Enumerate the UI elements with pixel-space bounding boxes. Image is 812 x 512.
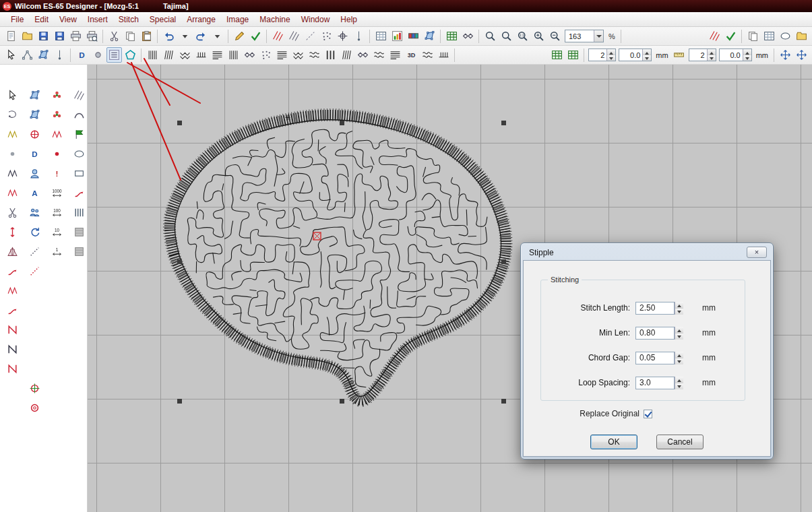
menu-help[interactable]: Help — [335, 13, 363, 26]
arrow-run-tool[interactable] — [3, 301, 22, 319]
selection-handle[interactable] — [501, 399, 506, 404]
jump-view-icon[interactable] — [351, 28, 367, 44]
chord-gap-input[interactable]: 0.05 — [635, 352, 675, 364]
title-bar[interactable]: ES Wilcom ES-65 Designer - [Mozg-5:1 Taj… — [0, 0, 812, 12]
stitch-density-1000[interactable]: 1000 — [47, 184, 66, 201]
needle-points-view-icon[interactable] — [319, 28, 334, 44]
block-tool-a[interactable] — [69, 223, 88, 241]
menu-file[interactable]: File — [5, 13, 29, 26]
object-select-icon[interactable] — [3, 47, 19, 63]
menu-view[interactable]: View — [54, 13, 82, 26]
overview-window-icon[interactable] — [389, 28, 405, 44]
chord-gap-spinner[interactable] — [675, 352, 683, 364]
digitize-icon[interactable] — [232, 28, 247, 44]
rectangle-tool[interactable] — [69, 164, 88, 182]
design-worksheet-icon[interactable] — [373, 28, 389, 44]
repeat-count-2-spin-buttons[interactable] — [707, 49, 716, 61]
red-zigzag-tool[interactable] — [3, 184, 22, 201]
repeat-count-spin-buttons[interactable] — [606, 49, 615, 61]
min-len-spinner[interactable] — [675, 327, 683, 340]
spiral-fill-icon[interactable] — [339, 47, 354, 63]
fill-stitch-tool[interactable] — [47, 125, 66, 143]
measure-icon[interactable] — [671, 47, 687, 63]
ok-button[interactable]: OK — [590, 435, 637, 449]
3d-effect-icon[interactable]: 3D — [404, 47, 419, 63]
zoom-out-icon[interactable] — [547, 28, 563, 44]
zoom-box-icon[interactable] — [499, 28, 514, 44]
hatch-fill-tool[interactable] — [69, 86, 88, 104]
closed-object-icon[interactable] — [123, 47, 138, 63]
zigzag-stitch-icon[interactable] — [177, 47, 193, 63]
redo-dropdown-icon[interactable] — [210, 28, 225, 44]
polygon-select-icon[interactable] — [20, 47, 35, 63]
pointer-view-icon[interactable] — [335, 28, 350, 44]
trapunto-icon[interactable] — [420, 47, 435, 63]
design-properties-icon[interactable] — [422, 28, 437, 44]
auto-digitize-tool[interactable] — [25, 125, 44, 143]
stitch-edit-icon[interactable] — [52, 47, 67, 63]
team-names-tool[interactable] — [25, 203, 44, 221]
offset-y-spin-buttons[interactable] — [743, 49, 751, 61]
e-stitch-icon[interactable] — [193, 47, 209, 63]
undo-icon[interactable] — [161, 28, 177, 44]
print-preview-icon[interactable] — [84, 28, 100, 44]
stitch-angle-tool[interactable] — [3, 282, 22, 299]
small-flower-tool[interactable] — [47, 106, 66, 123]
thread-chart-icon[interactable] — [444, 28, 460, 44]
menu-image[interactable]: Image — [221, 13, 254, 26]
stitch-density-100[interactable]: 100 — [47, 203, 66, 221]
zoom-previous-icon[interactable] — [482, 28, 498, 44]
min-len-input[interactable]: 0.80 — [635, 327, 675, 340]
save-as-icon[interactable] — [52, 28, 67, 44]
red-n-tool[interactable] — [3, 321, 22, 338]
loop-spacing-spinner[interactable] — [675, 377, 683, 389]
zoom-level-combo[interactable]: 163 — [565, 30, 604, 42]
black-n-tool[interactable] — [3, 340, 22, 358]
contour-fill-icon[interactable] — [307, 47, 322, 63]
satin-stitch-icon[interactable] — [145, 47, 160, 63]
selection-handle[interactable] — [177, 121, 182, 125]
updown-tool[interactable] — [3, 223, 22, 241]
column-fill-icon[interactable] — [323, 47, 338, 63]
digitize-d-tool[interactable]: D — [25, 145, 44, 162]
select-tool[interactable] — [3, 86, 22, 104]
needle-dots-icon[interactable] — [258, 47, 274, 63]
zigzag-tool[interactable] — [3, 164, 22, 182]
replace-original-checkbox[interactable] — [644, 410, 652, 418]
cascade-windows-icon[interactable] — [745, 28, 761, 44]
dash-run-tool[interactable] — [25, 262, 44, 280]
tile-windows-icon[interactable] — [761, 28, 777, 44]
dotted-line-tool[interactable] — [25, 243, 44, 260]
menu-edit[interactable]: Edit — [29, 13, 54, 26]
design-check-icon[interactable] — [248, 28, 263, 44]
zoom-1to1-icon[interactable]: 1:1 — [515, 28, 530, 44]
selection-handle[interactable] — [501, 259, 506, 264]
fancy-fill-icon[interactable] — [242, 47, 257, 63]
undo-dropdown-icon[interactable] — [177, 28, 193, 44]
menu-stitch[interactable]: Stitch — [113, 13, 144, 26]
cross-fill-icon[interactable] — [387, 47, 403, 63]
point-tool[interactable] — [3, 145, 22, 162]
lettering-tool[interactable]: A — [25, 184, 44, 201]
offset-x-spinner[interactable]: 0.0 — [619, 49, 652, 61]
stitch-density-1[interactable]: 1 — [47, 243, 66, 260]
rotate-tool[interactable] — [25, 223, 44, 241]
menu-special[interactable]: Special — [144, 13, 181, 26]
motif-pattern-icon[interactable] — [460, 28, 476, 44]
offset-y-spinner[interactable]: 0.0 — [719, 49, 752, 61]
column-tool[interactable] — [69, 203, 88, 221]
stipple-fill-icon[interactable] — [371, 47, 387, 63]
portrait-tool[interactable] — [25, 164, 44, 182]
center-design-icon[interactable] — [794, 47, 809, 63]
stitches-view-icon[interactable] — [270, 28, 286, 44]
redo-icon[interactable] — [193, 28, 209, 44]
penetrations-view-icon[interactable] — [286, 28, 302, 44]
selection-handle[interactable] — [177, 399, 182, 404]
dialog-close-button[interactable]: × — [747, 247, 767, 258]
repeat-count-spinner[interactable]: 2 — [588, 49, 616, 61]
grid-spacing-icon[interactable] — [549, 47, 565, 63]
cut-icon[interactable] — [106, 28, 122, 44]
red-point-tool[interactable] — [47, 145, 66, 162]
zoom-in-icon[interactable] — [531, 28, 546, 44]
redraw-slow-icon[interactable] — [707, 28, 722, 44]
